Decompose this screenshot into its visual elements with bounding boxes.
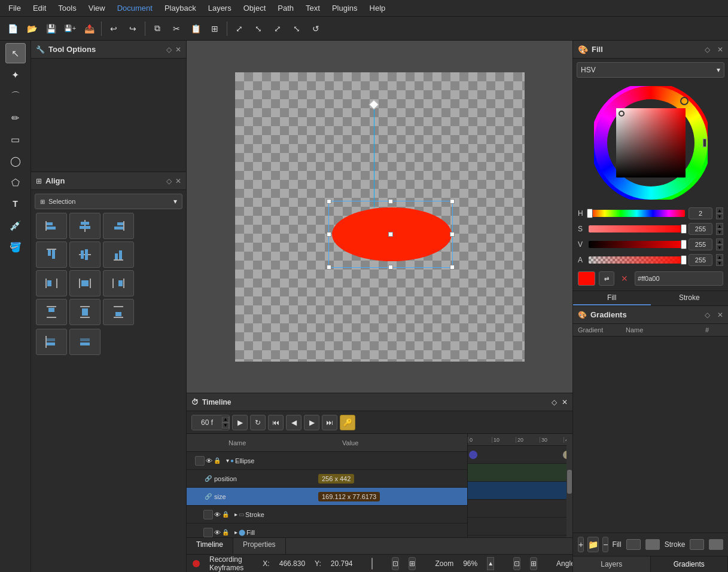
fill-minimize-icon[interactable]: ◇ [705,45,710,54]
ellipse-lock-icon[interactable]: 🔒 [214,457,221,464]
select-tool[interactable]: ↖ [5,43,26,63]
loop-button[interactable]: ↻ [250,415,266,430]
timeline-minimize-icon[interactable]: ◇ [552,398,557,406]
zoom-up-button[interactable]: ▲ [487,557,494,570]
align-anchor-left-button[interactable] [36,329,67,355]
size-row[interactable]: 🔗 size 169.112 x 77.6173 [187,488,467,506]
first-frame-button[interactable]: ⏮ [268,415,284,430]
distribute-center-h-button[interactable] [69,270,100,296]
rectangle-tool[interactable]: ▭ [5,129,26,149]
gradient-fill-swatch2[interactable] [645,539,660,550]
last-frame-button[interactable]: ⏭ [322,415,337,430]
menu-playback[interactable]: Playback [159,2,202,14]
timeline-scrollbar[interactable] [566,434,572,537]
prev-frame-button[interactable]: ◀ [286,415,301,430]
add-gradient-button[interactable]: + [578,537,584,552]
save-as-button[interactable]: 💾+ [61,20,79,38]
h-slider-thumb[interactable] [587,209,593,218]
pencil-tool[interactable]: ✏ [5,108,26,128]
menu-edit[interactable]: Edit [27,2,52,14]
distribute-top-button[interactable] [36,299,67,325]
color-square-container[interactable] [616,108,686,178]
open-button[interactable]: 📂 [23,20,41,38]
v-slider-thumb[interactable] [681,240,687,249]
fill-expand-icon[interactable]: ▸ [234,529,237,536]
h-value[interactable]: 2 [689,207,712,219]
tab-properties[interactable]: Properties [233,538,286,554]
tool-options-minimize[interactable]: ◇ [166,45,172,54]
align-close[interactable]: ✕ [175,177,181,185]
align-left-edges-button[interactable] [36,213,67,239]
tab-gradients[interactable]: Gradients [651,556,729,572]
menu-tools[interactable]: Tools [52,2,82,14]
v-slider-track[interactable] [589,241,685,248]
v-down-button[interactable]: ▼ [716,244,723,250]
new-button[interactable]: 📄 [4,20,22,38]
s-slider-track[interactable] [589,225,685,233]
a-down-button[interactable]: ▼ [716,260,723,266]
hue-value-handle[interactable] [703,139,706,147]
fill-lock-icon[interactable]: 🔒 [222,529,229,536]
handle-br[interactable] [450,265,455,270]
ellipse-checkbox[interactable] [195,456,205,466]
menu-path[interactable]: Path [272,2,300,14]
paste-button[interactable]: 📋 [187,20,205,38]
menu-document[interactable]: Document [111,2,159,14]
a-value[interactable]: 255 [689,254,712,266]
menu-file[interactable]: File [2,2,27,14]
eyedropper-tool[interactable]: 💉 [5,215,26,235]
v-value[interactable]: 255 [689,238,712,250]
add-keyframe-button[interactable]: 🔑 [340,415,355,430]
tab-stroke[interactable]: Stroke [651,291,729,305]
rotate-button[interactable]: ↺ [307,20,325,38]
v-up-button[interactable]: ▲ [716,238,723,244]
open-gradient-button[interactable]: 📁 [587,537,599,552]
menu-plugins[interactable]: Plugins [326,2,364,14]
frame-input[interactable] [192,415,222,430]
handle-tl[interactable] [327,199,331,204]
fill-tool[interactable]: 🪣 [5,237,26,257]
export-button[interactable]: 📤 [80,20,98,38]
copy-button[interactable]: ⧉ [148,20,166,38]
color-swatch[interactable] [578,271,595,286]
remove-gradient-button[interactable]: − [602,537,608,552]
stroke-checkbox[interactable] [203,510,213,519]
distribute-left-button[interactable] [36,270,67,296]
handle-bm[interactable] [388,265,393,270]
frame-up-button[interactable]: ▲ [222,417,229,423]
menu-help[interactable]: Help [364,2,392,14]
align-center-v-button[interactable] [69,241,100,268]
ellipse-eye-icon[interactable]: 👁 [206,457,212,464]
flip-h-button[interactable]: ⤡ [288,20,306,38]
menu-view[interactable]: View [83,2,111,14]
fill-eye-icon[interactable]: 👁 [214,529,221,536]
gradients-minimize-icon[interactable]: ◇ [705,311,710,319]
handle-bl[interactable] [327,265,331,270]
stroke-expand-icon[interactable]: ▸ [234,511,237,518]
transform-button[interactable]: ⊞ [206,20,224,38]
ellipse-start-kf[interactable] [469,451,477,459]
tab-layers[interactable]: Layers [573,556,651,572]
s-down-button[interactable]: ▼ [716,229,723,235]
zoom-fit-button[interactable]: ⊞ [530,557,537,570]
hex-input[interactable] [635,271,723,286]
stroke-eye-icon[interactable]: 👁 [214,511,221,518]
frame-down-button[interactable]: ▼ [222,423,229,429]
color-clear-button[interactable]: ✕ [618,271,631,286]
s-up-button[interactable]: ▲ [716,223,723,229]
ellipse-expand-icon[interactable]: ▾ [226,457,229,464]
reset-view-button[interactable]: ⊡ [513,557,520,570]
menu-text[interactable]: Text [300,2,326,14]
s-value[interactable]: 255 [689,223,712,235]
save-button[interactable]: 💾 [42,20,60,38]
ellipse-row[interactable]: 👁 🔒 ▾ ● Ellipse [187,452,467,470]
handle-tm[interactable] [388,199,393,204]
align-to-path-button[interactable]: ⤢ [230,20,248,38]
menu-layers[interactable]: Layers [202,2,237,14]
distribute-center-v-button[interactable] [69,299,100,325]
align-top-edges-button[interactable] [36,241,67,268]
cut-button[interactable]: ✂ [167,20,185,38]
polygon-tool[interactable]: ⬠ [5,172,26,192]
handle-mr[interactable] [450,232,455,237]
color-convert-button[interactable]: ⇄ [599,271,614,286]
